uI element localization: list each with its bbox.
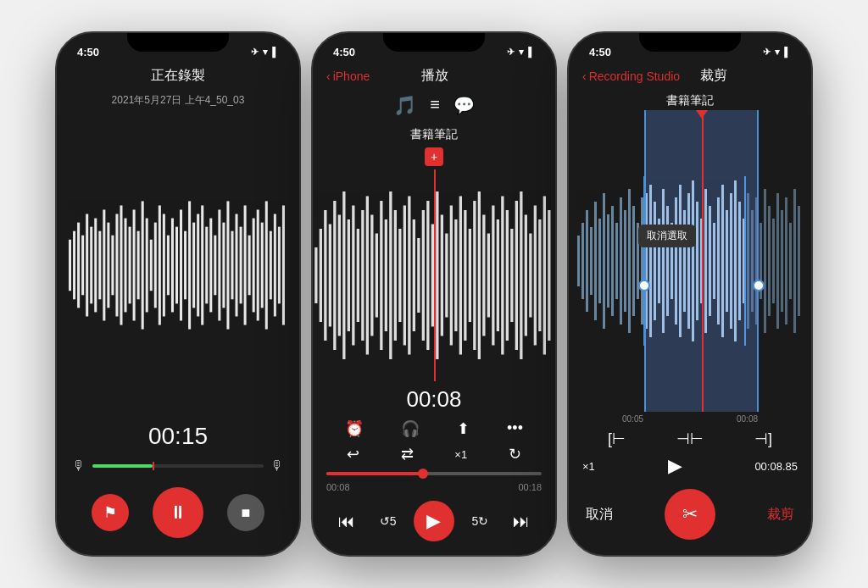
phone2-playback: 4:50 ✈ ▾ ▌ ‹ iPhone 播放 🎵 ≡ 💬 書籍筆記 + <box>311 31 557 557</box>
trim-play-button[interactable]: ▶ <box>668 455 682 477</box>
svg-rect-31 <box>201 205 203 325</box>
action-icons-row: ⏰ 🎧 ⬆ ••• <box>313 416 555 441</box>
share-icon[interactable]: ⬆ <box>457 419 470 438</box>
time-labels: 00:08 00:18 <box>313 480 555 494</box>
trim-split-icon[interactable]: ⊣⊢ <box>676 430 704 448</box>
progress-fill <box>326 472 423 475</box>
svg-rect-48 <box>274 214 276 317</box>
svg-rect-58 <box>348 219 350 331</box>
progress-bar[interactable] <box>313 467 555 480</box>
svg-rect-114 <box>628 189 631 333</box>
svg-rect-66 <box>385 219 387 331</box>
svg-rect-93 <box>510 229 513 322</box>
svg-rect-0 <box>69 240 71 291</box>
mic-right-icon: 🎙 <box>270 458 284 474</box>
speed-badge[interactable]: ×1 <box>454 448 467 461</box>
trim-back-button[interactable]: ‹ Recording Studio <box>582 69 680 83</box>
stop-icon: ■ <box>242 504 251 522</box>
trim-playhead-marker <box>696 110 708 119</box>
waveform-svg-1 <box>67 114 289 416</box>
svg-rect-95 <box>520 191 522 359</box>
deselect-tooltip[interactable]: 取消選取 <box>638 225 696 247</box>
svg-rect-55 <box>333 201 336 350</box>
toolbar-icons: 🎵 ≡ 💬 <box>313 90 555 122</box>
svg-rect-94 <box>515 201 518 350</box>
flag-button[interactable]: ⚑ <box>92 494 129 531</box>
svg-rect-53 <box>324 210 326 341</box>
svg-rect-83 <box>464 210 466 341</box>
svg-rect-105 <box>590 227 593 295</box>
trim-cut-button[interactable]: 裁剪 <box>767 506 794 524</box>
forward-5-button[interactable]: 5↻ <box>465 506 495 536</box>
svg-rect-67 <box>389 191 392 359</box>
svg-rect-33 <box>209 219 212 313</box>
svg-rect-146 <box>764 189 766 333</box>
phone1-recording: 4:50 ✈ ▾ ▌ 正在錄製 2021年5月27日 上午4_50_03 <box>55 31 301 557</box>
svg-rect-63 <box>370 215 373 336</box>
svg-rect-56 <box>338 215 341 336</box>
countdown-icon[interactable]: ↩ <box>347 445 359 463</box>
svg-rect-36 <box>222 223 225 308</box>
svg-rect-153 <box>793 189 796 333</box>
trim-cancel-button[interactable]: 取消 <box>586 506 613 524</box>
svg-rect-151 <box>785 197 787 325</box>
svg-rect-87 <box>482 215 485 336</box>
playback-options: ↩ ⇄ ×1 ↻ <box>313 441 555 467</box>
trim-handle-left[interactable] <box>638 280 650 291</box>
progress-track[interactable] <box>326 472 542 475</box>
rewind-5-icon: ↺5 <box>380 514 397 528</box>
svg-rect-88 <box>487 234 490 318</box>
skip-back-button[interactable]: ⏮ <box>331 506 362 536</box>
more-icon[interactable]: ••• <box>507 419 523 438</box>
play-button[interactable]: ▶ <box>414 501 454 541</box>
alarm-icon[interactable]: ⏰ <box>345 419 364 438</box>
svg-rect-40 <box>240 227 242 304</box>
trim-handle-right[interactable] <box>753 280 765 291</box>
progress-thumb <box>418 469 428 479</box>
trim-start-icon[interactable]: [⊢ <box>608 430 626 448</box>
trim-end-icon[interactable]: ⊣] <box>754 430 772 448</box>
stop-button[interactable]: ■ <box>227 494 264 531</box>
svg-rect-109 <box>607 214 609 308</box>
svg-rect-3 <box>81 236 84 296</box>
trim-nav-title: 裁剪 <box>700 67 727 85</box>
status-time-2: 4:50 <box>333 46 355 58</box>
chat-icon[interactable]: 💬 <box>453 95 475 117</box>
svg-rect-82 <box>459 197 462 355</box>
svg-rect-39 <box>236 214 238 317</box>
svg-rect-52 <box>320 229 322 322</box>
back-button[interactable]: ‹ iPhone <box>326 69 370 83</box>
level-fill <box>92 464 153 468</box>
rewind-5-button[interactable]: ↺5 <box>373 506 403 536</box>
level-marker <box>153 462 154 470</box>
time-start: 00:08 <box>326 482 350 492</box>
repeat-icon[interactable]: ↻ <box>509 445 521 463</box>
trim-speed-badge[interactable]: ×1 <box>582 460 595 473</box>
svg-rect-100 <box>543 197 546 355</box>
chevron-left-icon: ‹ <box>326 69 331 83</box>
headphones-icon[interactable]: 🎧 <box>401 419 420 438</box>
waveform-icon[interactable]: 🎵 <box>393 95 416 117</box>
equalizer-icon[interactable]: ≡ <box>430 95 440 117</box>
svg-rect-22 <box>163 214 165 317</box>
skip-forward-button[interactable]: ⏭ <box>506 506 537 536</box>
svg-rect-85 <box>473 201 476 350</box>
svg-rect-20 <box>154 223 157 308</box>
pause-button[interactable]: ⏸ <box>153 487 203 538</box>
pause-icon: ⏸ <box>169 502 187 524</box>
svg-rect-29 <box>192 223 195 308</box>
svg-rect-16 <box>137 231 140 300</box>
chevron-left-icon3: ‹ <box>582 69 587 83</box>
trim-confirm-button[interactable]: ✂ <box>665 489 715 540</box>
svg-rect-111 <box>615 223 618 299</box>
status-icons-1: ✈ ▾ ▌ <box>251 47 279 58</box>
svg-rect-68 <box>394 210 397 341</box>
svg-rect-42 <box>248 236 251 296</box>
svg-rect-18 <box>146 219 148 313</box>
svg-rect-80 <box>450 206 453 346</box>
status-time-3: 4:50 <box>589 46 611 58</box>
add-marker-button[interactable]: + <box>425 147 443 166</box>
trim-waveform: 取消選取 <box>576 110 804 412</box>
svg-rect-37 <box>226 201 229 329</box>
shuffle-icon[interactable]: ⇄ <box>401 445 414 463</box>
